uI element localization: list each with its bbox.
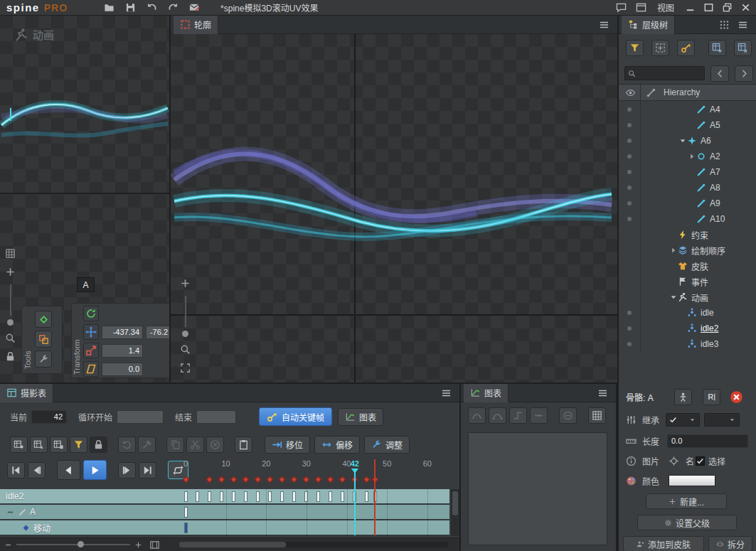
zoom-in-icon[interactable]: [134, 541, 142, 549]
key-button[interactable]: [677, 40, 695, 56]
rotate-tool-button[interactable]: [83, 306, 99, 321]
tree-item-约束[interactable]: 约束: [619, 227, 756, 242]
clipboard-button[interactable]: [235, 437, 252, 453]
redo-button[interactable]: [166, 1, 181, 14]
tab-dopesheet[interactable]: 摄影表: [0, 384, 53, 402]
tree-item-绘制顺序[interactable]: 绘制顺序: [619, 242, 756, 258]
tree-item-A8[interactable]: A8: [619, 180, 756, 196]
preview-splitter[interactable]: [0, 193, 169, 194]
scale-value[interactable]: 1.4: [102, 344, 143, 358]
graph-menu-icon[interactable]: [597, 387, 609, 399]
keyframe-diamond[interactable]: [255, 476, 262, 483]
translate-tool-button[interactable]: [83, 324, 99, 340]
close-circle-button[interactable]: [206, 437, 224, 453]
tree-item-A6[interactable]: A6: [619, 133, 756, 149]
cut-tool-button[interactable]: [138, 437, 156, 453]
fit-button[interactable]: [179, 362, 191, 374]
shear-tool-button[interactable]: [83, 361, 99, 377]
select-tool-button[interactable]: [35, 311, 52, 328]
visibility-dot[interactable]: [627, 217, 632, 221]
maximize-button[interactable]: [701, 1, 716, 14]
visibility-dot[interactable]: [627, 186, 632, 190]
tree-item-A9[interactable]: A9: [619, 196, 756, 211]
expand-arrow-icon[interactable]: [688, 152, 696, 161]
split-button[interactable]: 拆分: [708, 536, 752, 551]
hierarchy-menu-icon[interactable]: [737, 19, 749, 31]
visibility-dot[interactable]: [627, 123, 632, 127]
visibility-dot[interactable]: [627, 170, 632, 174]
scale-tool-button[interactable]: [83, 343, 99, 358]
bone-column-icon[interactable]: [646, 87, 656, 98]
grid-settings-button[interactable]: [588, 407, 606, 424]
loop-start-input[interactable]: [117, 410, 164, 424]
timeline-hscrollbar[interactable]: [179, 542, 448, 547]
tree-item-A2[interactable]: A2: [619, 149, 756, 164]
viewport-menu-icon[interactable]: [598, 19, 610, 31]
revert-button[interactable]: [118, 437, 136, 453]
save-button[interactable]: [123, 1, 138, 14]
image-select-label[interactable]: 选择: [708, 455, 725, 467]
keyframe-diamond[interactable]: [327, 476, 334, 483]
visibility-dot[interactable]: [627, 326, 632, 331]
curve-line-button[interactable]: [468, 407, 486, 424]
curve-flat-button[interactable]: [530, 407, 548, 424]
tree-item-idle2[interactable]: idle2: [619, 321, 756, 336]
tree-item-A5[interactable]: A5: [619, 117, 756, 133]
inherit-scale-select[interactable]: [704, 413, 740, 427]
dopesheet-menu-icon[interactable]: [440, 387, 452, 399]
tracks-scrollbar[interactable]: [451, 489, 459, 536]
track-row-移动[interactable]: 移动: [0, 520, 449, 535]
length-input[interactable]: 0.0: [667, 434, 748, 448]
prev-frame-button[interactable]: [57, 460, 80, 480]
table-key-button[interactable]: [10, 437, 28, 453]
keyframe-diamond[interactable]: [206, 476, 213, 483]
funnel-button[interactable]: [70, 437, 87, 453]
translate-value-y[interactable]: -76.2: [146, 326, 171, 339]
crosshair-box-button[interactable]: [651, 40, 669, 56]
current-frame-input[interactable]: 42: [31, 410, 67, 424]
keyframe-diamond[interactable]: [339, 476, 346, 483]
close-button[interactable]: [738, 1, 753, 14]
tab-outline[interactable]: 轮廓: [174, 16, 218, 34]
undo-button[interactable]: [144, 1, 159, 14]
timeline-zoom-slider[interactable]: [16, 544, 130, 545]
search-input[interactable]: [639, 69, 698, 77]
play-button[interactable]: [83, 460, 107, 480]
new-button[interactable]: 新建...: [646, 493, 727, 509]
image-target-icon[interactable]: [669, 456, 679, 466]
expand-arrow-icon[interactable]: [669, 246, 678, 255]
timeline-cursor[interactable]: [354, 469, 356, 535]
viewport-zoom-slider[interactable]: [185, 296, 186, 327]
add-to-skin-button[interactable]: 添加到皮肤: [623, 536, 704, 551]
prev-key-button[interactable]: [28, 462, 46, 478]
next-key-button[interactable]: [118, 462, 136, 478]
magnifier-button[interactable]: [179, 343, 191, 355]
autokey-button[interactable]: 自动关键帧: [259, 407, 332, 426]
track-row-idle2[interactable]: idle2: [0, 489, 449, 504]
visibility-dot[interactable]: [627, 311, 632, 315]
timeline-zoom-handle[interactable]: [78, 541, 84, 547]
tree-item-idle3[interactable]: idle3: [619, 336, 756, 352]
tree-item-idle[interactable]: idle: [619, 305, 756, 321]
graph-curve-area[interactable]: [468, 432, 607, 545]
lock-button[interactable]: [4, 351, 16, 363]
keyframe-diamond[interactable]: [230, 476, 238, 483]
viewport-canvas[interactable]: [171, 34, 617, 383]
plus-button[interactable]: [179, 277, 191, 289]
preview-zoom-slider[interactable]: [10, 284, 11, 316]
tree-item-A4[interactable]: A4: [619, 102, 756, 117]
view-menu[interactable]: 视图: [657, 1, 674, 14]
visibility-dot[interactable]: [627, 154, 632, 159]
track-row-A[interactable]: A: [0, 505, 449, 520]
panel-options-icon[interactable]: [718, 19, 730, 31]
tree-item-动画[interactable]: 动画: [619, 289, 756, 305]
frames-view-icon[interactable]: [149, 540, 160, 550]
collapse-arrow-icon[interactable]: [669, 293, 678, 301]
scissors-button[interactable]: [186, 437, 204, 453]
tree-item-A7[interactable]: A7: [619, 164, 756, 180]
search-next-button[interactable]: [735, 65, 753, 82]
keyframe-diamond[interactable]: [279, 476, 286, 483]
color-swatch[interactable]: [669, 475, 715, 486]
keyframe-diamond[interactable]: [315, 476, 322, 483]
adjust-action-button[interactable]: 调整: [364, 436, 410, 454]
